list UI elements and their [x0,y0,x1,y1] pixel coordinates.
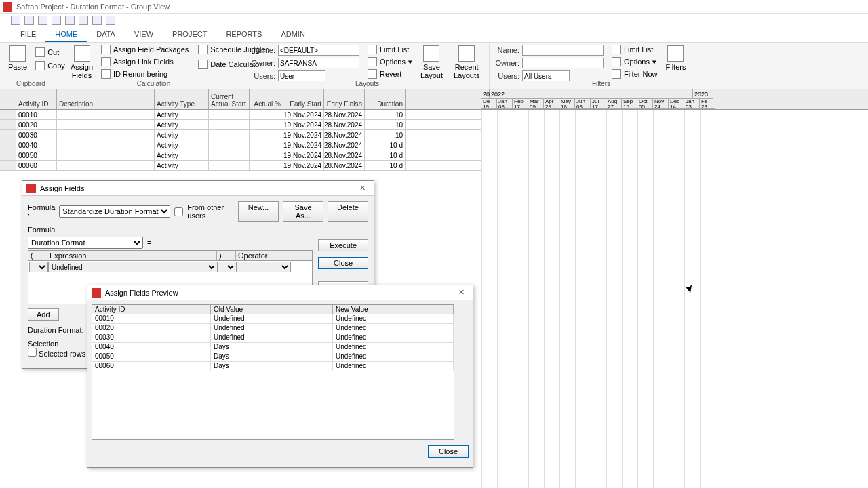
ribbon: Paste Cut Copy Clipboard Assign Fields A… [0,42,868,89]
menu-view[interactable]: VIEW [125,27,163,42]
table-row[interactable]: 00030UndefinedUndefined [92,333,454,343]
app-icon [3,2,12,12]
table-row[interactable]: 00020UndefinedUndefined [92,324,454,333]
new-button[interactable]: New... [238,201,279,222]
dialog-icon [92,288,101,298]
table-row[interactable]: 00050 Activity 19.Nov.2024 28.Nov.2024 1… [0,150,481,161]
filter-owner-input[interactable] [522,58,604,68]
options-button[interactable]: Options ▾ [366,56,414,67]
filter-name-input[interactable] [522,45,604,56]
qat-save-icon[interactable] [11,16,20,25]
funnel-icon [612,69,621,79]
gear-icon [368,57,377,66]
assign-fields-button[interactable]: Assign Fields [66,44,97,81]
id-renumbering-button[interactable]: ID Renumbering [100,68,190,79]
table-row[interactable]: 00020 Activity 19.Nov.2024 28.Nov.2024 1… [0,120,481,130]
revert-icon [368,69,377,79]
col-duration[interactable]: Duration [365,89,406,109]
menu-project[interactable]: PROJECT [163,27,216,42]
qat-item-icon[interactable] [52,16,61,25]
from-other-users-checkbox[interactable] [174,207,183,216]
formula-select[interactable]: Standardize Duration Format [59,205,170,218]
qat-redo-icon[interactable] [38,16,47,25]
assign-link-fields-button[interactable]: Assign Link Fields [100,56,190,67]
filter-now-button[interactable]: Filter Now [610,68,659,79]
expr-paren-open[interactable] [29,262,48,272]
revert-button[interactable]: Revert [366,68,414,79]
dialog-icon [26,184,36,193]
cut-button[interactable]: Cut [34,47,66,58]
filters-label: Filters [494,80,709,89]
paste-button[interactable]: Paste [4,44,31,73]
col-actual-pct[interactable]: Actual % [250,89,283,109]
col-description[interactable]: Description [57,89,155,109]
quick-access-toolbar [0,14,868,27]
grid-header: Activity ID Description Activity Type Cu… [0,89,481,110]
window-title: Safran Project - Duration Format - Group… [16,3,170,11]
expr-expression-select[interactable]: Undefined [48,262,218,272]
qat-item-icon[interactable] [65,16,75,25]
copy-button[interactable]: Copy [34,60,66,71]
table-row[interactable]: 00060DaysUndefined [92,362,454,371]
menu-data[interactable]: DATA [87,27,125,42]
delete-button[interactable]: Delete [328,201,368,222]
package-icon [101,45,111,54]
copy-icon [35,61,45,70]
table-row[interactable]: 00040 Activity 19.Nov.2024 28.Nov.2024 1… [0,140,481,150]
assign-fields-preview-dialog: Assign Fields Preview ✕ Activity ID Old … [87,285,473,468]
table-row[interactable]: 00010UndefinedUndefined [92,314,454,324]
table-row[interactable]: 00050DaysUndefined [92,352,454,362]
menu-file[interactable]: FILE [11,27,45,42]
table-row[interactable]: 00060 Activity 19.Nov.2024 28.Nov.2024 1… [0,161,481,171]
filters-button[interactable]: Filters [662,44,690,73]
qat-item-icon[interactable] [106,16,115,25]
col-activity-type[interactable]: Activity Type [155,89,209,109]
filter-options-button[interactable]: Options ▾ [610,56,659,67]
menu-reports[interactable]: REPORTS [216,27,271,42]
gantt-chart: 2020222023 DeJanFebMarAprMayJunJulAugSep… [481,89,868,488]
preview-close-icon[interactable]: ✕ [454,288,469,297]
preview-close-button[interactable]: Close [428,445,469,458]
col-early-finish[interactable]: Early Finish [324,89,365,109]
recent-layouts-button[interactable]: Recent Layouts [450,44,484,81]
clipboard-label: Clipboard [4,80,58,89]
menu-admin[interactable]: ADMIN [271,27,314,42]
save-layout-button[interactable]: Save Layout [416,44,447,81]
formula-field-select[interactable]: Duration Format [28,237,143,249]
gear-icon [612,57,621,66]
selected-rows-checkbox[interactable] [28,348,37,357]
title-bar: Safran Project - Duration Format - Group… [0,0,868,14]
qat-item-icon[interactable] [92,16,102,25]
assign-field-packages-button[interactable]: Assign Field Packages [100,44,190,55]
col-early-start[interactable]: Early Start [283,89,324,109]
filter-limit-list-button[interactable]: Limit List [610,44,659,55]
assign-fields-close-icon[interactable]: ✕ [355,184,370,192]
schedule-icon [198,45,208,54]
preview-title: Assign Fields Preview [105,289,178,297]
layout-owner-input[interactable] [278,58,359,68]
assign-fields-title: Assign Fields [40,184,84,192]
add-button[interactable]: Add [28,308,59,321]
filter-icon [368,45,377,54]
table-row[interactable]: 00010 Activity 19.Nov.2024 28.Nov.2024 1… [0,110,481,120]
calculator-icon [198,60,208,69]
filter-icon [612,45,621,54]
close-button[interactable]: Close [318,257,368,269]
limit-list-button[interactable]: Limit List [366,44,414,55]
qat-undo-icon[interactable] [24,16,34,25]
table-row[interactable]: 00040DaysUndefined [92,343,454,352]
saveas-button[interactable]: Save As... [283,201,323,222]
qat-item-icon[interactable] [79,16,88,25]
menu-bar: FILE HOME DATA VIEW PROJECT REPORTS ADMI… [0,27,868,42]
execute-button[interactable]: Execute [318,239,368,251]
col-current-actual-start[interactable]: Current Actual Start [209,89,250,109]
layout-name-input[interactable] [278,45,359,56]
renumber-icon [101,69,111,79]
col-activity-id[interactable]: Activity ID [16,89,57,109]
menu-home[interactable]: HOME [45,27,87,42]
link-icon [101,57,111,66]
expr-paren-close[interactable] [218,262,237,272]
table-row[interactable]: 00030 Activity 19.Nov.2024 28.Nov.2024 1… [0,130,481,140]
cut-icon [35,47,45,57]
expr-operator-select[interactable] [237,262,291,272]
